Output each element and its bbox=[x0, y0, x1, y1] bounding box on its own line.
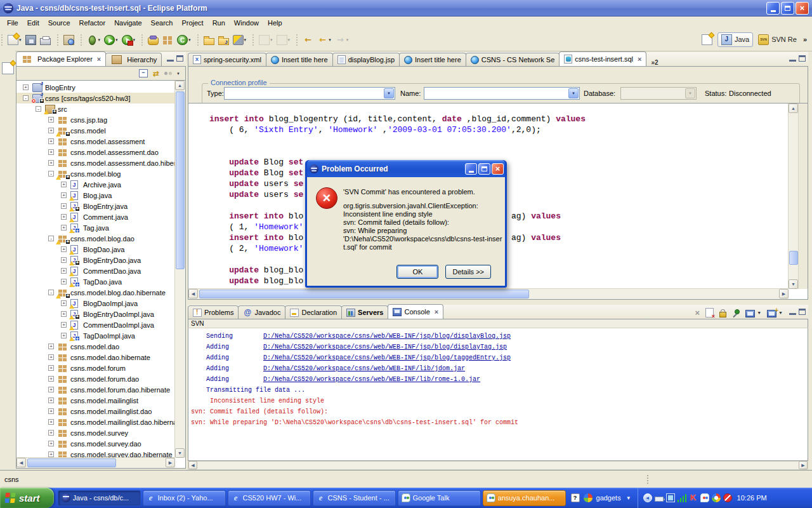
tree-item[interactable]: -src bbox=[16, 104, 175, 114]
scrollbar-thumb[interactable] bbox=[789, 251, 798, 265]
expander-icon[interactable]: + bbox=[48, 376, 54, 382]
console-link[interactable]: D:/Neha/CS520/workspace/csns/web/WEB-INF… bbox=[263, 354, 511, 361]
menu-run[interactable]: Run bbox=[208, 18, 230, 28]
editor-tab[interactable]: spring-security.xml bbox=[188, 53, 266, 66]
window-close-button[interactable]: × bbox=[796, 2, 809, 15]
explorer-horizontal-scrollbar[interactable]: ◀ ▶ bbox=[16, 457, 175, 468]
taskbar-item[interactable]: CS520 HW7 - Wi... bbox=[228, 490, 311, 506]
statusbar-splitter[interactable] bbox=[647, 475, 648, 484]
last-edit-location-button[interactable] bbox=[301, 34, 315, 46]
expander-icon[interactable]: + bbox=[61, 322, 67, 328]
view-menu-icon[interactable] bbox=[176, 72, 180, 76]
open-resource-button[interactable] bbox=[202, 34, 216, 46]
menu-search[interactable]: Search bbox=[147, 18, 178, 28]
details-button[interactable]: Details >> bbox=[445, 265, 491, 279]
save-button[interactable] bbox=[24, 34, 37, 46]
tree-item[interactable]: +csns.model.assessment.dao bbox=[16, 147, 175, 157]
google-update-icon[interactable] bbox=[712, 493, 721, 502]
tree-item[interactable]: -csns.model.blog bbox=[16, 168, 175, 179]
expander-icon[interactable]: + bbox=[48, 128, 54, 133]
scroll-lock-icon[interactable] bbox=[719, 312, 726, 318]
google-talk-tray-icon[interactable] bbox=[700, 493, 709, 502]
print-button[interactable] bbox=[39, 34, 52, 46]
combo-arrow-icon[interactable]: ▼ bbox=[568, 88, 579, 98]
menu-refactor[interactable]: Refactor bbox=[75, 18, 110, 28]
expander-icon[interactable]: + bbox=[61, 225, 67, 231]
expander-icon[interactable]: + bbox=[61, 257, 67, 263]
expander-icon[interactable]: + bbox=[61, 300, 67, 306]
start-button[interactable]: start bbox=[0, 488, 54, 508]
scrollbar-thumb[interactable] bbox=[199, 290, 529, 298]
editor-tab[interactable]: displayBlog.jsp bbox=[332, 53, 400, 66]
tree-item[interactable]: +Archive.java bbox=[16, 179, 175, 190]
close-icon[interactable]: × bbox=[638, 55, 641, 63]
view-tab[interactable]: Servers bbox=[341, 305, 388, 319]
tree-item[interactable]: +CommentDao.java bbox=[16, 265, 175, 276]
create-jar-button[interactable] bbox=[147, 34, 160, 46]
expander-icon[interactable]: - bbox=[48, 171, 54, 177]
debug-button[interactable]: ▾ bbox=[86, 34, 102, 46]
menu-window[interactable]: Window bbox=[230, 18, 263, 28]
tree-item[interactable]: +csns.model.survey.dao.hibernate bbox=[16, 449, 175, 458]
battery-icon[interactable] bbox=[655, 497, 664, 502]
tree-item[interactable]: +Comment.java bbox=[16, 211, 175, 222]
tree-item[interactable]: -csns.model.blog.dao bbox=[16, 233, 175, 244]
tree-item[interactable]: +csns.model.dao bbox=[16, 341, 175, 352]
minimize-view-icon[interactable] bbox=[789, 309, 796, 315]
view-tab[interactable]: Package Explorer× bbox=[16, 51, 106, 66]
expander-icon[interactable]: + bbox=[48, 117, 54, 123]
tree-item[interactable]: +csns.model.forum.dao bbox=[16, 373, 175, 384]
tree-item[interactable]: +TagDao.java bbox=[16, 276, 175, 287]
external-tools-button[interactable]: ▾ bbox=[121, 34, 137, 46]
open-perspective-button[interactable] bbox=[698, 33, 716, 46]
expander-icon[interactable]: + bbox=[48, 365, 54, 371]
expander-icon[interactable]: + bbox=[48, 138, 54, 144]
taskbar-item[interactable]: ansuya.chauhan... bbox=[483, 490, 566, 506]
tree-item[interactable]: -csns.model.blog.dao.hibernate bbox=[16, 287, 175, 298]
clear-console-icon[interactable] bbox=[705, 308, 714, 318]
scroll-left-icon[interactable]: ◀ bbox=[16, 458, 26, 467]
dialog-close-button[interactable]: × bbox=[492, 163, 504, 175]
network-icon[interactable] bbox=[666, 493, 675, 502]
tree-item[interactable]: +csns.model bbox=[16, 125, 175, 136]
expander-icon[interactable]: + bbox=[61, 333, 67, 338]
editor-tab[interactable]: Insert title here bbox=[399, 53, 466, 66]
expander-icon[interactable]: + bbox=[61, 203, 67, 209]
tree-item[interactable]: +csns.model.dao.hibernate bbox=[16, 352, 175, 363]
dropdown-arrow-icon[interactable]: ▾ bbox=[98, 37, 101, 43]
dropdown-arrow-icon[interactable]: ▾ bbox=[346, 37, 349, 43]
expander-icon[interactable]: + bbox=[48, 451, 54, 457]
taskbar-item[interactable]: Inbox (2) - Yaho... bbox=[143, 490, 226, 506]
expander-icon[interactable]: + bbox=[61, 214, 67, 220]
dropdown-arrow-icon[interactable]: ▾ bbox=[288, 37, 291, 43]
tree-item[interactable]: +BlogEntryDao.java bbox=[16, 255, 175, 265]
console-horizontal-scrollbar[interactable]: ◀ ▶ bbox=[188, 461, 808, 470]
tree-item[interactable]: +BlogDaoImpl.java bbox=[16, 298, 175, 309]
menu-file[interactable]: File bbox=[3, 18, 23, 28]
console-link[interactable]: D:/Neha/CS520/workspace/csns/web/WEB-INF… bbox=[263, 344, 507, 351]
next-annotation-button[interactable]: ▾ bbox=[258, 34, 274, 46]
editor-vertical-scrollbar[interactable]: ▲ ▼ bbox=[788, 104, 799, 289]
run-button[interactable]: ▾ bbox=[103, 34, 119, 46]
tree-item[interactable]: +BlogEntry.java bbox=[16, 201, 175, 211]
link-with-editor-icon[interactable] bbox=[153, 70, 159, 77]
expander-icon[interactable]: + bbox=[61, 279, 67, 284]
tree-item[interactable]: +TagDaoImpl.java bbox=[16, 330, 175, 341]
expander-icon[interactable]: + bbox=[61, 268, 67, 274]
signal-icon[interactable] bbox=[678, 493, 686, 502]
terminate-icon[interactable] bbox=[695, 309, 700, 317]
expander-icon[interactable]: + bbox=[23, 84, 29, 90]
perspective-overflow-chevron[interactable]: » bbox=[803, 36, 807, 43]
expander-icon[interactable]: + bbox=[48, 430, 54, 436]
taskbar-item[interactable]: CSNS - Student - ... bbox=[313, 490, 396, 506]
maximize-editor-icon[interactable] bbox=[799, 55, 806, 62]
tree-item[interactable]: +BlogDao.java bbox=[16, 244, 175, 255]
expander-icon[interactable]: + bbox=[61, 192, 67, 198]
tree-item[interactable]: +csns.model.forum.dao.hibernate bbox=[16, 384, 175, 395]
tree-item[interactable]: +csns.jsp.tag bbox=[16, 114, 175, 125]
dropdown-arrow-icon[interactable]: ▾ bbox=[19, 37, 22, 43]
blocked-icon[interactable] bbox=[723, 493, 732, 502]
pin-console-icon[interactable] bbox=[732, 309, 740, 317]
expander-icon[interactable]: + bbox=[48, 354, 54, 360]
tree-item[interactable]: +Blog.java bbox=[16, 190, 175, 201]
